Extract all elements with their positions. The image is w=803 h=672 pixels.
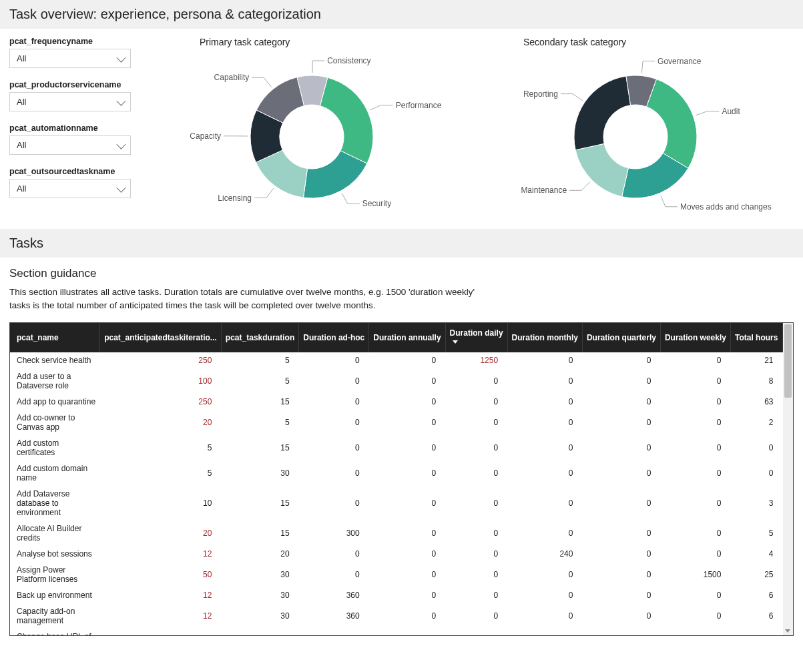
cell: 10: [100, 486, 222, 521]
scrollbar-vertical[interactable]: [783, 323, 793, 635]
overview-panel: pcat_frequencyname All pcat_productorser…: [0, 29, 803, 229]
guidance-title: Section guidance: [0, 258, 803, 286]
filter-dropdown-3[interactable]: All: [9, 179, 131, 198]
cell: 0: [507, 603, 582, 629]
column-header[interactable]: pcat_taskduration: [221, 323, 298, 352]
table-row[interactable]: Back up environment1230360000006: [10, 587, 783, 603]
cell: 0: [582, 521, 660, 546]
table-row[interactable]: Add co-owner to Canvas app2050000002: [10, 410, 783, 435]
cell: 0: [445, 460, 507, 486]
cell: Add a user to a Dataverse role: [10, 368, 100, 394]
cell: 0: [445, 486, 507, 521]
slice-label: Maintenance: [521, 186, 567, 195]
cell: 300: [299, 521, 369, 546]
pie-slice[interactable]: [574, 76, 631, 150]
column-header[interactable]: Duration weekly: [660, 323, 730, 352]
column-header[interactable]: Duration quarterly: [582, 323, 660, 352]
cell: 0: [507, 587, 582, 603]
filters-column: pcat_frequencyname All pcat_productorser…: [9, 37, 153, 224]
cell: 0: [369, 460, 445, 486]
page-title: Task overview: experience, persona & cat…: [0, 0, 803, 29]
cell: 0: [660, 546, 730, 562]
cell: 0: [660, 587, 730, 603]
cell: 0: [660, 368, 730, 394]
cell: 25: [730, 562, 782, 587]
slice-label: Capability: [214, 73, 249, 82]
cell: 0: [369, 394, 445, 410]
column-header[interactable]: Total hours: [730, 323, 782, 352]
cell: 4: [730, 546, 782, 562]
cell: 12: [100, 546, 222, 562]
cell: 0: [582, 546, 660, 562]
column-header[interactable]: pcat_anticipatedtaskiteratio...: [100, 323, 222, 352]
cell: 0: [660, 394, 730, 410]
tasks-table-container: pcat_namepcat_anticipatedtaskiteratio...…: [9, 322, 794, 636]
pie-slice[interactable]: [646, 79, 697, 169]
secondary-category-chart: Secondary task category AuditMoves adds …: [477, 37, 794, 224]
pie-slice[interactable]: [320, 77, 373, 163]
cell: 0: [299, 394, 369, 410]
column-header[interactable]: Duration daily: [445, 323, 507, 352]
cell: 0: [445, 410, 507, 435]
table-row[interactable]: Add custom domain name5300000000: [10, 460, 783, 486]
cell: 3: [730, 486, 782, 521]
cell: 0: [507, 368, 582, 394]
cell: 0: [445, 368, 507, 394]
cell: Add custom certificates: [10, 435, 100, 460]
cell: 5: [730, 521, 782, 546]
table-row[interactable]: Add a user to a Dataverse role1005000000…: [10, 368, 783, 394]
table-row[interactable]: Add Dataverse database to environment101…: [10, 486, 783, 521]
slice-label: Capacity: [190, 131, 221, 141]
table-row[interactable]: Change base URL of Power Pages5300000000: [10, 629, 783, 635]
tasks-table[interactable]: pcat_namepcat_anticipatedtaskiteratio...…: [10, 323, 783, 635]
cell: Add app to quarantine: [10, 394, 100, 410]
column-header[interactable]: Duration ad-hoc: [299, 323, 369, 352]
cell: 0: [660, 460, 730, 486]
cell: Add co-owner to Canvas app: [10, 410, 100, 435]
filter-label: pcat_automationname: [9, 123, 153, 133]
cell: 0: [299, 352, 369, 368]
cell: 0: [369, 562, 445, 587]
column-header[interactable]: Duration annually: [369, 323, 445, 352]
cell: 5: [221, 410, 298, 435]
filter-label: pcat_productorservicename: [9, 80, 153, 89]
cell: 15: [221, 394, 298, 410]
chevron-down-icon: [116, 53, 125, 62]
cell: 0: [507, 521, 582, 546]
column-header[interactable]: pcat_name: [10, 323, 100, 352]
cell: 0: [445, 629, 507, 635]
filter-dropdown-0[interactable]: All: [9, 49, 131, 68]
table-row[interactable]: Add app to quarantine2501500000063: [10, 394, 783, 410]
cell: 0: [660, 486, 730, 521]
cell: 0: [582, 603, 660, 629]
slice-label: Security: [362, 199, 390, 208]
cell: 20: [221, 546, 298, 562]
table-row[interactable]: Add custom certificates5150000000: [10, 435, 783, 460]
table-row[interactable]: Check service health250500125000021: [10, 352, 783, 368]
cell: 0: [445, 546, 507, 562]
cell: 12: [100, 587, 222, 603]
table-row[interactable]: Analyse bot sessions1220000240004: [10, 546, 783, 562]
table-row[interactable]: Allocate AI Builder credits2015300000005: [10, 521, 783, 546]
cell: Back up environment: [10, 587, 100, 603]
scroll-down-icon[interactable]: [785, 629, 790, 633]
cell: 0: [507, 352, 582, 368]
cell: 0: [660, 521, 730, 546]
filter-dropdown-2[interactable]: All: [9, 135, 131, 155]
table-row[interactable]: Capacity add-on management1230360000006: [10, 603, 783, 629]
cell: 0: [369, 603, 445, 629]
cell: 1500: [660, 562, 730, 587]
filter-dropdown-1[interactable]: All: [9, 92, 131, 111]
table-row[interactable]: Assign Power Platform licenses5030000001…: [10, 562, 783, 587]
cell: Add custom domain name: [10, 460, 100, 486]
scroll-thumb[interactable]: [784, 324, 792, 398]
cell: 21: [730, 352, 782, 368]
cell: 2: [730, 410, 782, 435]
cell: 0: [660, 629, 730, 635]
filter-value: All: [17, 184, 26, 194]
filter-label: pcat_frequencyname: [9, 37, 153, 46]
cell: 30: [221, 562, 298, 587]
cell: 0: [582, 435, 660, 460]
cell: 12: [100, 603, 222, 629]
column-header[interactable]: Duration monthly: [507, 323, 582, 352]
